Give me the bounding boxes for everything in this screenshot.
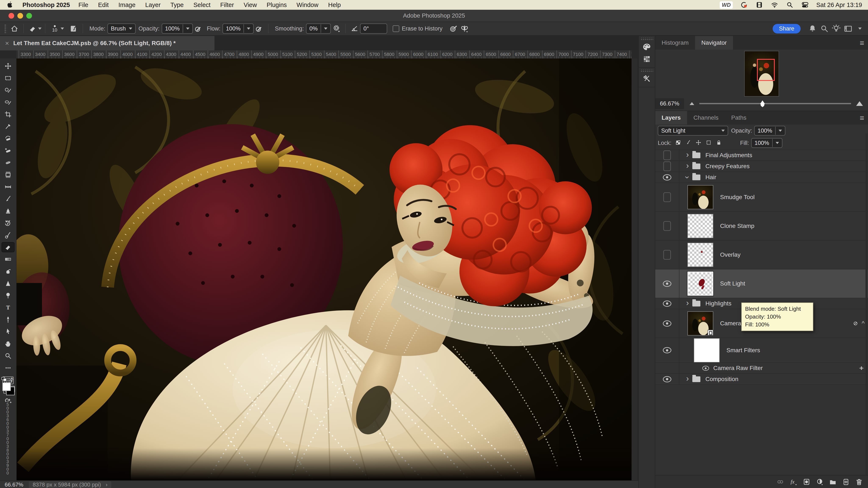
control-center-icon[interactable] [801, 1, 809, 9]
layer-thumbnail[interactable] [687, 243, 713, 267]
zoom-in-icon[interactable] [856, 101, 863, 106]
layer-row-creepy-features[interactable]: ›Creepy Features [655, 161, 868, 172]
chevron-icon[interactable]: › [686, 162, 689, 169]
eraser-preset-chevron[interactable] [38, 28, 41, 30]
collapse-smart-filters-icon[interactable]: ^ [862, 320, 865, 327]
film-icon[interactable] [755, 1, 763, 9]
menu-select[interactable]: Select [193, 1, 211, 8]
dock-grip[interactable] [641, 69, 653, 72]
hand-tool[interactable] [2, 339, 14, 349]
visibility-checkbox[interactable] [663, 151, 671, 160]
dodge-tool[interactable] [2, 291, 14, 300]
remove-tool-tool[interactable] [2, 134, 14, 143]
menu-bar-clock[interactable]: Sat 26 Apr 13:19 [816, 1, 862, 8]
options-grip[interactable] [4, 24, 7, 33]
eraser-preset-icon[interactable] [27, 24, 38, 33]
new-layer-icon[interactable] [841, 477, 850, 487]
lock-transparency-icon[interactable] [675, 139, 682, 147]
menu-plugins[interactable]: Plugins [267, 1, 287, 8]
layer-row-smudge-tool[interactable]: Smudge Tool [655, 183, 868, 212]
layer-row-final-adjustments[interactable]: ›Final Adjustments [655, 150, 868, 161]
lock-pixels-icon[interactable] [685, 139, 692, 147]
smoothing-select[interactable]: 0% [306, 24, 331, 34]
panel-scrollbar[interactable] [865, 133, 868, 488]
layer-mask-icon[interactable] [802, 477, 811, 487]
healing-brush-tool[interactable] [2, 146, 14, 155]
layer-row-smart-filters[interactable]: Smart Filters [655, 338, 868, 363]
panel-menu-icon[interactable]: ≡ [860, 38, 864, 47]
status-chevron-icon[interactable]: › [106, 482, 107, 488]
navigator-thumbnail[interactable] [744, 51, 779, 97]
menu-photoshop[interactable]: Photoshop 2025 [23, 1, 70, 8]
move-tool[interactable] [2, 61, 14, 71]
blend-mode-select[interactable]: Soft Light [658, 126, 728, 135]
zoom-tool[interactable] [2, 351, 14, 360]
ellipsis-tool[interactable] [2, 363, 14, 372]
tab-paths[interactable]: Paths [725, 111, 753, 125]
menu-view[interactable]: View [244, 1, 257, 8]
layer-row-composition[interactable]: ›Composition [655, 374, 868, 385]
wifi-icon[interactable] [771, 1, 779, 9]
tab-navigator[interactable]: Navigator [695, 36, 733, 50]
layer-row-hair[interactable]: ›Hair [655, 172, 868, 183]
menu-type[interactable]: Type [170, 1, 184, 8]
home-icon[interactable] [9, 24, 20, 33]
opacity-select[interactable]: 100% [162, 24, 193, 34]
smudge-tool[interactable] [2, 267, 14, 276]
notifications-bell-icon[interactable] [807, 24, 818, 34]
chevron-icon[interactable]: › [686, 152, 689, 158]
tab-layers[interactable]: Layers [655, 111, 687, 125]
layer-opacity-select[interactable]: 100% [754, 126, 785, 135]
pressure-size-icon[interactable] [254, 24, 265, 33]
layer-row-soft-light[interactable]: Soft Light [655, 269, 868, 298]
marquee-tool[interactable] [2, 73, 14, 83]
brush-tool[interactable] [2, 194, 14, 203]
erase-to-history-checkbox[interactable] [393, 25, 399, 32]
sharpen-tool[interactable] [2, 279, 14, 288]
pen-tool[interactable] [2, 315, 14, 324]
adjustment-icon[interactable] [815, 477, 824, 487]
chevron-icon[interactable]: › [686, 375, 689, 382]
visibility-checkbox[interactable] [663, 221, 671, 231]
chevron-icon[interactable]: › [686, 300, 689, 306]
lock-position-icon[interactable] [695, 139, 703, 147]
content-move-tool[interactable] [2, 182, 14, 192]
workspace-icon[interactable] [842, 24, 854, 34]
zoom-slider-thumb[interactable] [760, 100, 765, 107]
gradient-tool[interactable] [2, 255, 14, 264]
fill-select[interactable]: 100% [751, 138, 782, 148]
lock-artboard-icon[interactable] [706, 139, 713, 147]
group-icon[interactable] [828, 477, 837, 487]
pressure-opacity-icon[interactable] [193, 24, 204, 33]
eye-icon[interactable] [663, 321, 671, 327]
layer-row-overlay[interactable]: Overlay [655, 240, 868, 269]
brush-preset-picker[interactable]: 10 [49, 23, 61, 34]
symmetry-butterfly-icon[interactable] [459, 24, 470, 33]
dock-grip[interactable] [641, 38, 653, 41]
color-panel-icon[interactable] [639, 41, 655, 53]
type-tool[interactable]: T [2, 303, 14, 312]
eye-icon[interactable] [663, 347, 671, 353]
visibility-checkbox[interactable] [663, 161, 671, 171]
eye-icon[interactable] [663, 174, 671, 181]
smart-filter-indicator[interactable]: ^ [852, 309, 865, 337]
smoothing-gear-icon[interactable] [331, 24, 342, 33]
brush-picker-chevron[interactable] [61, 28, 64, 30]
lock-all-icon[interactable] [716, 139, 723, 147]
menu-layer[interactable]: Layer [145, 1, 161, 8]
frame-tool[interactable] [2, 170, 14, 180]
apple-logo-icon[interactable] [6, 1, 14, 9]
navigator-view-rectangle[interactable] [757, 59, 775, 81]
screen-record-icon[interactable] [740, 1, 748, 9]
wd-badge[interactable]: WD [720, 1, 733, 9]
default-colors-icon[interactable] [1, 377, 6, 381]
layer-row-camera-raw-filter[interactable]: Camera Raw Filter [655, 363, 868, 374]
menu-window[interactable]: Window [297, 1, 318, 8]
foreground-color-swatch[interactable] [2, 383, 11, 391]
workspace-chevron[interactable] [858, 28, 862, 30]
selection-brush-tool[interactable] [2, 86, 14, 95]
document-tab[interactable]: × Let Them Eat CakeCJM.psb @ 66.7% (Soft… [0, 36, 214, 51]
share-button[interactable]: Share [773, 24, 801, 33]
canvas[interactable] [17, 59, 631, 480]
menu-filter[interactable]: Filter [220, 1, 234, 8]
